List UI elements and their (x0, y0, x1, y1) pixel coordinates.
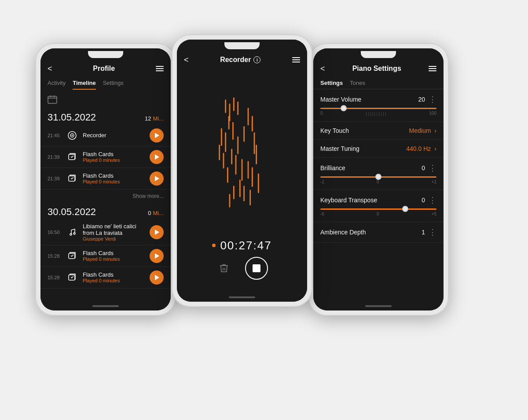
date-1: 31.05.2022 (48, 112, 96, 123)
show-more-1[interactable]: Show more... (40, 190, 171, 203)
setting-brilliance: Brilliance 0 ⋮ -1 0 +1 (313, 158, 444, 190)
keyboard-transpose-slider[interactable]: -6 0 +5 (320, 208, 436, 216)
setting-key-touch: Key Touch Medium › (313, 122, 444, 140)
phone1-menu-button[interactable] (156, 66, 164, 71)
waveform-visualization (177, 92, 307, 215)
keyboard-transpose-more[interactable]: ⋮ (429, 195, 436, 205)
activity-title-5: Flash Cards (83, 250, 145, 256)
timer-display: 00:27:47 (220, 239, 271, 252)
setting-keyboard-transpose: Keyboard Transpose 0 ⋮ -6 0 (313, 190, 444, 222)
calendar-icon-row (40, 90, 171, 108)
phone2-back-button[interactable]: < (184, 55, 189, 65)
svg-point-6 (72, 135, 73, 136)
keyboard-transpose-label: Keyboard Transpose (320, 197, 377, 204)
phone3-menu-button[interactable] (429, 66, 436, 71)
delete-recording-button[interactable] (216, 260, 232, 276)
ambience-depth-label: Ambience Depth (320, 229, 366, 236)
play-button-5[interactable] (150, 249, 164, 263)
master-volume-more[interactable]: ⋮ (429, 95, 436, 104)
timer-row: 00:27:47 (212, 234, 271, 257)
phone-3: < Piano Settings Settings Tones Ma (308, 43, 449, 316)
master-tuning-chevron[interactable]: › (434, 145, 436, 152)
activity-title-3: Flash Cards (83, 172, 145, 179)
phone2-title: Recorder i (220, 56, 260, 64)
phone3-status-bar (313, 48, 444, 61)
brilliance-value: 0 (422, 164, 425, 172)
phone-2: < Recorder i (172, 34, 312, 307)
date-1-count: 12 (145, 115, 151, 122)
phone1-notch (88, 51, 123, 58)
phone-1: < Profile Activity Timeline Settings (35, 43, 176, 316)
phone1-back-button[interactable]: < (48, 64, 52, 73)
phone3-home-indicator (365, 305, 392, 307)
stop-recording-button[interactable] (245, 257, 268, 280)
phone3-home-bar (313, 302, 444, 310)
brilliance-thumb[interactable] (375, 174, 381, 180)
brilliance-label: Brilliance (320, 164, 345, 172)
date-section-1: 31.05.2022 12 Mi... (40, 108, 171, 125)
info-circle-icon[interactable]: i (253, 56, 260, 63)
setting-ambience-depth: Ambience Depth 1 ⋮ (313, 222, 444, 243)
activity-subtitle-2: Played 0 minutes (83, 157, 145, 163)
keyboard-transpose-mid: 0 (377, 212, 379, 216)
activity-subtitle-5: Played 0 minutes (83, 256, 145, 262)
keyboard-transpose-max: +5 (432, 212, 436, 216)
recording-dot (212, 244, 216, 247)
activity-title-4: Libiamo ne' lieti calici from La traviat… (83, 223, 145, 236)
play-button-1[interactable] (150, 128, 164, 142)
time-3: 21:39 (48, 176, 62, 181)
activity-title-1: Recorder (83, 132, 145, 139)
activity-info-2: Flash Cards Played 0 minutes (83, 151, 145, 163)
time-6: 15:28 (48, 275, 62, 280)
phone3-back-button[interactable]: < (320, 64, 325, 73)
master-tuning-label: Master Tuning (320, 145, 359, 152)
date-1-unit: Mi... (153, 115, 164, 122)
piano-settings-list: Master Volume 20 ⋮ 0 | | (313, 89, 444, 302)
play-button-3[interactable] (150, 172, 164, 186)
phone1-home-indicator (92, 305, 119, 307)
activity-subtitle-6: Played 0 minutes (83, 278, 145, 283)
setting-master-volume: Master Volume 20 ⋮ 0 | | (313, 89, 444, 122)
date-2: 30.05.2022 (48, 206, 96, 218)
activity-item-5: 15:28 Flash Cards Played 0 minutes (40, 245, 171, 267)
key-touch-chevron[interactable]: › (434, 127, 436, 134)
brilliance-more[interactable]: ⋮ (429, 163, 436, 173)
phone2-header: < Recorder i (177, 52, 307, 68)
piano-settings-tabs: Settings Tones (313, 77, 444, 89)
activity-item-2: 21:39 Flash Cards Played 0 minutes (40, 146, 171, 168)
activity-title-2: Flash Cards (83, 151, 145, 157)
tab-timeline[interactable]: Timeline (73, 80, 96, 90)
activity-info-6: Flash Cards Played 0 minutes (83, 271, 145, 283)
time-1: 21:45 (48, 133, 62, 138)
phone2-home-indicator (229, 296, 255, 298)
play-button-4[interactable] (150, 225, 164, 239)
brilliance-mid: 0 (377, 179, 379, 184)
ambience-depth-value: 1 (422, 229, 425, 236)
recorder-icon (66, 129, 78, 142)
activity-info-1: Recorder (83, 132, 145, 139)
play-button-2[interactable] (150, 150, 164, 164)
tab-settings[interactable]: Settings (103, 80, 124, 90)
keyboard-transpose-thumb[interactable] (402, 206, 408, 212)
master-volume-thumb[interactable] (341, 105, 347, 111)
tab-tones[interactable]: Tones (350, 80, 365, 89)
activity-title-6: Flash Cards (83, 271, 145, 278)
play-button-6[interactable] (150, 270, 164, 285)
master-volume-max: 100 (429, 111, 436, 116)
time-5: 15:28 (48, 253, 62, 259)
activity-info-5: Flash Cards Played 0 minutes (83, 250, 145, 262)
phone1-status-bar (40, 48, 171, 61)
tab-activity[interactable]: Activity (48, 80, 66, 90)
phone2-home-bar (177, 293, 307, 302)
phone2-menu-button[interactable] (292, 57, 300, 62)
time-4: 16:50 (48, 230, 62, 235)
brilliance-slider[interactable]: -1 0 +1 (320, 176, 436, 184)
activity-item-3: 21:39 Flash Cards Played 0 minutes (40, 168, 171, 190)
master-volume-slider[interactable]: 0 | | | | | | | | | | 100 (320, 108, 436, 116)
ambience-depth-more[interactable]: ⋮ (429, 227, 436, 237)
music-icon (66, 226, 78, 238)
svg-point-9 (70, 234, 72, 235)
recorder-controls (216, 257, 268, 284)
tab-piano-settings[interactable]: Settings (320, 80, 343, 89)
activity-info-3: Flash Cards Played 0 minutes (83, 172, 145, 184)
